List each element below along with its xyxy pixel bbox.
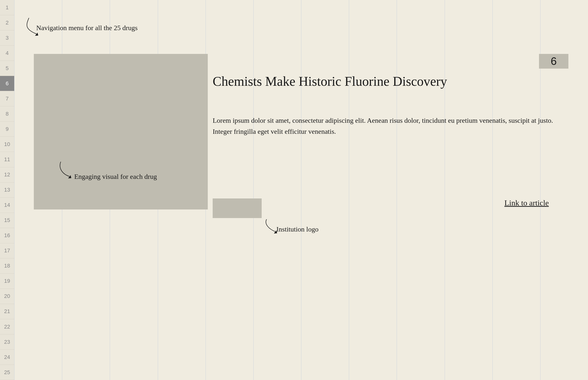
row-23: 23 bbox=[0, 334, 14, 350]
visual-annotation-text: Engaging visual for each drug bbox=[74, 173, 157, 181]
row-2: 2 bbox=[0, 15, 14, 30]
row-1: 1 bbox=[0, 0, 14, 15]
main-content: Navigation menu for all the 25 drugs Eng… bbox=[14, 0, 588, 380]
main-image-placeholder bbox=[34, 54, 208, 162]
row-19: 19 bbox=[0, 274, 14, 289]
logo-annotation-text: Institution logo bbox=[276, 225, 319, 233]
row-18: 18 bbox=[0, 259, 14, 274]
row-4: 4 bbox=[0, 46, 14, 61]
nav-annotation: Navigation menu for all the 25 drugs bbox=[21, 17, 41, 37]
article-number-badge: 6 bbox=[539, 54, 569, 69]
row-20: 20 bbox=[0, 289, 14, 304]
row-21: 21 bbox=[0, 304, 14, 319]
visual-arrow-icon bbox=[56, 160, 76, 180]
row-6-active: 6 bbox=[0, 76, 14, 91]
article-body: Lorem ipsum dolor sit amet, consectetur … bbox=[213, 115, 569, 137]
svg-marker-1 bbox=[68, 175, 71, 178]
row-9: 9 bbox=[0, 121, 14, 137]
row-7: 7 bbox=[0, 91, 14, 106]
row-22: 22 bbox=[0, 319, 14, 334]
svg-marker-0 bbox=[35, 33, 38, 36]
row-5: 5 bbox=[0, 61, 14, 76]
row-11: 11 bbox=[0, 152, 14, 167]
row-14: 14 bbox=[0, 198, 14, 213]
article-title: Chemists Make Historic Fluorine Discover… bbox=[213, 74, 569, 89]
nav-annotation-text: Navigation menu for all the 25 drugs bbox=[36, 24, 138, 32]
row-3: 3 bbox=[0, 30, 14, 46]
institution-logo-placeholder bbox=[213, 198, 262, 218]
row-12: 12 bbox=[0, 167, 14, 183]
row-16: 16 bbox=[0, 228, 14, 243]
row-13: 13 bbox=[0, 183, 14, 198]
row-24: 24 bbox=[0, 350, 14, 365]
visual-annotation: Engaging visual for each drug bbox=[56, 160, 76, 181]
row-8: 8 bbox=[0, 106, 14, 121]
row-17: 17 bbox=[0, 243, 14, 259]
link-to-article[interactable]: Link to article bbox=[504, 198, 549, 208]
row-15: 15 bbox=[0, 213, 14, 228]
logo-annotation: Institution logo bbox=[262, 218, 281, 236]
row-10: 10 bbox=[0, 137, 14, 152]
row-numbers-sidebar: 1 2 3 4 5 6 7 8 9 10 11 12 13 14 15 16 1… bbox=[0, 0, 14, 380]
row-25: 25 bbox=[0, 365, 14, 380]
